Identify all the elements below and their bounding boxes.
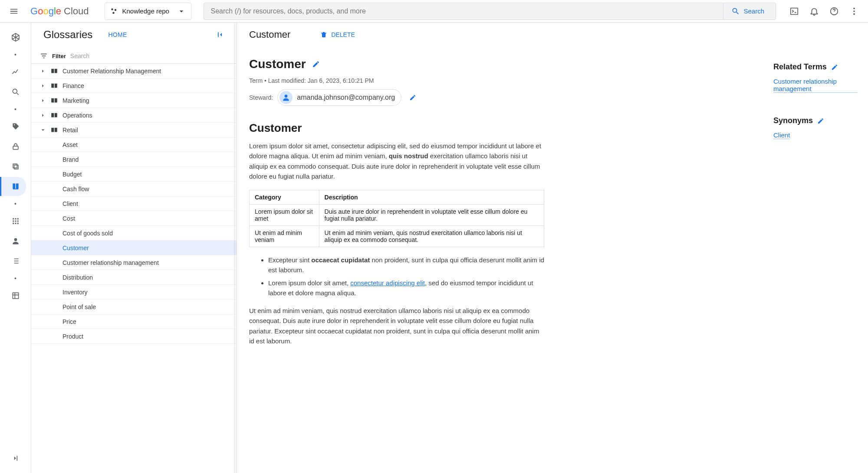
svg-point-5 bbox=[853, 7, 855, 9]
edit-related-button[interactable] bbox=[831, 64, 838, 71]
global-search: Search bbox=[204, 3, 776, 20]
notifications-button[interactable] bbox=[806, 3, 823, 20]
edit-title-button[interactable] bbox=[312, 60, 320, 68]
tree-term[interactable]: Product bbox=[31, 329, 237, 344]
search-input[interactable] bbox=[207, 7, 723, 15]
rail-monitor[interactable] bbox=[0, 62, 26, 82]
category-label: Customer Relationship Management bbox=[62, 68, 161, 75]
tree-term[interactable]: Customer bbox=[31, 241, 237, 255]
caret-right-icon bbox=[40, 112, 46, 118]
svg-rect-11 bbox=[13, 164, 17, 168]
delete-button[interactable]: DELETE bbox=[320, 31, 355, 39]
rail-item-1[interactable]: • bbox=[0, 48, 26, 62]
rail-glossaries[interactable] bbox=[0, 177, 26, 196]
project-icon bbox=[110, 7, 118, 15]
tag-icon bbox=[11, 122, 20, 131]
rail-table[interactable] bbox=[0, 286, 26, 305]
detail-panel: Customer DELETE Customer Term • Last mod… bbox=[237, 23, 868, 473]
term-label: Client bbox=[62, 200, 78, 207]
tree-term[interactable]: Brand bbox=[31, 152, 237, 167]
tree-term[interactable]: Client bbox=[31, 196, 237, 211]
tree-category[interactable]: Operations bbox=[31, 108, 237, 123]
related-term-link[interactable]: Customer relationship management bbox=[773, 78, 858, 93]
edit-steward-button[interactable] bbox=[409, 94, 416, 101]
project-picker[interactable]: Knowledge repo bbox=[105, 3, 191, 20]
collapse-panel-button[interactable] bbox=[216, 30, 224, 39]
rail-copy[interactable] bbox=[0, 157, 26, 176]
help-button[interactable] bbox=[825, 3, 843, 20]
tree-category[interactable]: Finance bbox=[31, 78, 237, 93]
person-icon bbox=[11, 237, 20, 245]
help-icon bbox=[829, 7, 839, 16]
logo-cloud-text: Cloud bbox=[64, 6, 89, 17]
svg-point-2 bbox=[112, 12, 115, 14]
rail-dataplex-icon[interactable] bbox=[0, 28, 26, 47]
term-label: Distribution bbox=[62, 274, 93, 281]
term-label: Price bbox=[62, 318, 76, 325]
tree-term[interactable]: Price bbox=[31, 314, 237, 329]
edit-synonyms-button[interactable] bbox=[817, 117, 824, 124]
svg-point-8 bbox=[13, 89, 17, 93]
related-terms-heading: Related Terms bbox=[773, 62, 858, 72]
term-label: Budget bbox=[62, 171, 82, 178]
chart-icon bbox=[11, 68, 20, 76]
avatar bbox=[279, 91, 293, 104]
svg-point-0 bbox=[111, 8, 113, 10]
book-icon bbox=[50, 97, 58, 104]
filter-label: Filter bbox=[52, 53, 66, 59]
tree-category[interactable]: Marketing bbox=[31, 93, 237, 108]
rail-list[interactable] bbox=[0, 251, 26, 271]
rail-item-4[interactable]: • bbox=[0, 102, 26, 116]
menu-button[interactable] bbox=[5, 3, 23, 20]
rail-item-13[interactable]: • bbox=[0, 271, 26, 285]
tree-category-expanded[interactable]: Retail bbox=[31, 123, 237, 137]
tree-term[interactable]: Distribution bbox=[31, 270, 237, 285]
term-label: Cost bbox=[62, 215, 75, 222]
synonym-link[interactable]: Client bbox=[773, 131, 790, 139]
body: • • • • bbox=[0, 23, 868, 473]
tree-term[interactable]: Asset bbox=[31, 137, 237, 152]
rail-secure[interactable] bbox=[0, 137, 26, 156]
rail-person[interactable] bbox=[0, 232, 26, 251]
svg-rect-12 bbox=[13, 218, 14, 219]
tree-category[interactable]: Customer Relationship Management bbox=[31, 64, 237, 78]
steward-chip[interactable]: amanda.johnson@company.org bbox=[277, 89, 401, 106]
term-label: Cost of goods sold bbox=[62, 230, 113, 237]
rail-search[interactable] bbox=[0, 82, 26, 101]
term-label: Customer relationship management bbox=[62, 259, 159, 266]
detail-header-title: Customer bbox=[249, 29, 290, 40]
search-button[interactable]: Search bbox=[723, 3, 772, 20]
tree-term[interactable]: Budget bbox=[31, 167, 237, 182]
filter-row: Filter bbox=[31, 47, 237, 64]
svg-rect-16 bbox=[15, 221, 16, 222]
book-icon bbox=[50, 111, 58, 119]
filter-input[interactable] bbox=[70, 52, 228, 59]
filter-icon bbox=[40, 52, 48, 60]
more-button[interactable] bbox=[845, 3, 863, 20]
tree-term[interactable]: Cost bbox=[31, 211, 237, 226]
cloud-shell-button[interactable] bbox=[786, 3, 803, 20]
tree-term[interactable]: Customer relationship management bbox=[31, 255, 237, 270]
rail-expand-button[interactable] bbox=[0, 449, 26, 468]
google-cloud-logo[interactable]: Google Cloud bbox=[27, 6, 92, 17]
tree-term[interactable]: Cost of goods sold bbox=[31, 226, 237, 241]
category-label: Marketing bbox=[62, 97, 89, 104]
term-label: Customer bbox=[62, 245, 89, 251]
tree-term[interactable]: Point of sale bbox=[31, 300, 237, 314]
category-label: Finance bbox=[62, 82, 84, 89]
book-icon bbox=[50, 82, 58, 90]
expand-icon bbox=[11, 454, 20, 463]
person-icon bbox=[282, 93, 290, 102]
inline-link[interactable]: consectetur adipiscing elit bbox=[350, 279, 425, 287]
rail-tags[interactable] bbox=[0, 117, 26, 136]
svg-rect-18 bbox=[13, 223, 14, 224]
rail-grid[interactable] bbox=[0, 212, 26, 231]
table-cell: Lorem ipsum dolor sit amet bbox=[250, 205, 319, 226]
rail-item-9[interactable]: • bbox=[0, 197, 26, 211]
cloud-shell-icon bbox=[789, 7, 799, 16]
tree-term[interactable]: Cash flow bbox=[31, 182, 237, 196]
home-link[interactable]: HOME bbox=[108, 31, 127, 38]
tree-term[interactable]: Inventory bbox=[31, 285, 237, 300]
pencil-icon bbox=[409, 94, 416, 101]
svg-rect-9 bbox=[13, 146, 18, 150]
